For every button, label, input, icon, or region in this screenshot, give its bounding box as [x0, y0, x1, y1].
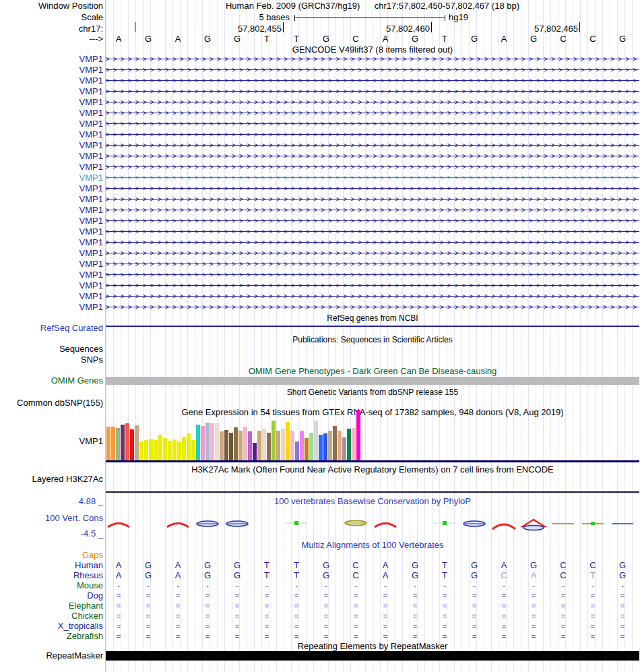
gencode-transcript-row[interactable]: >>>>>>>>>>>>>>>>>>>>>>>>>>>>>>>>>>>>>>>>…: [106, 237, 639, 248]
gencode-gene-label[interactable]: VMP1: [0, 227, 103, 237]
gencode-transcript-row[interactable]: >>>>>>>>>>>>>>>>>>>>>>>>>>>>>>>>>>>>>>>>…: [106, 194, 639, 205]
alignment-gap-symbol: -: [562, 581, 565, 590]
alignment-gap-symbol: =: [146, 601, 150, 611]
gencode-transcript-row[interactable]: >>>>>>>>>>>>>>>>>>>>>>>>>>>>>>>>>>>>>>>>…: [106, 119, 639, 129]
alignment-gap-symbol: =: [146, 632, 150, 641]
alignment-base: G: [323, 561, 329, 570]
gencode-gene-label[interactable]: VMP1: [0, 259, 103, 269]
gencode-transcript-row[interactable]: >>>>>>>>>>>>>>>>>>>>>>>>>>>>>>>>>>>>>>>>…: [106, 162, 639, 173]
gencode-transcript-row[interactable]: >>>>>>>>>>>>>>>>>>>>>>>>>>>>>>>>>>>>>>>>…: [106, 183, 639, 194]
species-label-x_tropicalis[interactable]: X_tropicalis: [0, 621, 103, 631]
gencode-gene-label[interactable]: VMP1: [0, 109, 103, 118]
alignment-gap-symbol: =: [235, 611, 239, 621]
gencode-gene-label[interactable]: VMP1: [0, 195, 103, 204]
gencode-gene-label[interactable]: VMP1: [0, 87, 103, 96]
gencode-transcript-row[interactable]: >>>>>>>>>>>>>>>>>>>>>>>>>>>>>>>>>>>>>>>>…: [106, 108, 639, 119]
gencode-transcript-row[interactable]: >>>>>>>>>>>>>>>>>>>>>>>>>>>>>>>>>>>>>>>>…: [106, 248, 639, 259]
alignment-gap-symbol: =: [383, 601, 387, 611]
conservation-glyph-blue-lens: [194, 515, 221, 532]
gencode-transcript-row[interactable]: >>>>>>>>>>>>>>>>>>>>>>>>>>>>>>>>>>>>>>>>…: [106, 173, 639, 183]
refseq-curated-item[interactable]: [106, 326, 639, 327]
gencode-transcript-row[interactable]: >>>>>>>>>>>>>>>>>>>>>>>>>>>>>>>>>>>>>>>>…: [106, 54, 639, 65]
species-label-zebrafish[interactable]: Zebrafish: [0, 632, 103, 641]
common-dbsnp-label[interactable]: Common dbSNP(155): [0, 398, 103, 408]
gencode-transcript-row[interactable]: >>>>>>>>>>>>>>>>>>>>>>>>>>>>>>>>>>>>>>>>…: [106, 129, 639, 140]
gencode-transcript-row[interactable]: >>>>>>>>>>>>>>>>>>>>>>>>>>>>>>>>>>>>>>>>…: [106, 86, 639, 97]
species-label-human[interactable]: Human: [0, 561, 103, 570]
gencode-transcript-row[interactable]: >>>>>>>>>>>>>>>>>>>>>>>>>>>>>>>>>>>>>>>>…: [106, 302, 639, 313]
species-label-rhesus[interactable]: Rhesus: [0, 571, 103, 580]
alignment-gap-symbol: =: [561, 611, 565, 621]
gencode-gene-label[interactable]: VMP1: [0, 216, 103, 226]
gencode-gene-label[interactable]: VMP1: [0, 76, 103, 86]
species-label-chicken[interactable]: Chicken: [0, 611, 103, 621]
ruler-tick: [431, 22, 432, 32]
snps-label[interactable]: SNPs: [0, 355, 103, 365]
gencode-transcript-row[interactable]: >>>>>>>>>>>>>>>>>>>>>>>>>>>>>>>>>>>>>>>>…: [106, 205, 639, 216]
repeatmasker-item[interactable]: [106, 651, 639, 661]
omim-genes-label[interactable]: OMIM Genes: [0, 376, 103, 386]
alignment-gap-symbol: =: [324, 601, 328, 611]
alignment-gap-symbol: =: [265, 601, 269, 611]
gencode-gene-label[interactable]: VMP1: [0, 206, 103, 215]
dbsnp-track-title: Short Genetic Variants from dbSNP releas…: [106, 388, 639, 397]
alignment-gap-symbol: =: [472, 611, 476, 621]
gencode-gene-label[interactable]: VMP1: [0, 162, 103, 172]
gtex-tissue-bar: [248, 431, 252, 460]
reference-base: G: [204, 34, 211, 44]
alignment-gap-symbol: =: [117, 591, 121, 601]
refseq-curated-label[interactable]: RefSeq Curated: [0, 324, 103, 333]
gencode-transcript-row[interactable]: >>>>>>>>>>>>>>>>>>>>>>>>>>>>>>>>>>>>>>>>…: [106, 270, 639, 280]
gencode-transcript-row[interactable]: >>>>>>>>>>>>>>>>>>>>>>>>>>>>>>>>>>>>>>>>…: [106, 259, 639, 270]
gencode-transcript-row[interactable]: >>>>>>>>>>>>>>>>>>>>>>>>>>>>>>>>>>>>>>>>…: [106, 151, 639, 162]
alignment-gap-symbol: =: [354, 591, 358, 601]
gtex-gene-label[interactable]: VMP1: [0, 437, 103, 446]
gencode-gene-label[interactable]: VMP1: [0, 119, 103, 129]
species-label-dog[interactable]: Dog: [0, 591, 103, 601]
omim-gene-item[interactable]: [106, 377, 639, 385]
gtex-tissue-bar: [139, 441, 143, 460]
gencode-gene-label[interactable]: VMP1: [0, 130, 103, 140]
sequences-label[interactable]: Sequences: [0, 344, 103, 354]
layered-h3k27ac-label[interactable]: Layered H3K27Ac: [0, 475, 103, 484]
gaps-label[interactable]: Gaps: [0, 551, 103, 560]
gencode-gene-label[interactable]: VMP1: [0, 281, 103, 291]
gencode-transcript-row[interactable]: >>>>>>>>>>>>>>>>>>>>>>>>>>>>>>>>>>>>>>>>…: [106, 140, 639, 151]
alignment-gap-symbol: =: [532, 611, 536, 621]
gencode-gene-label[interactable]: VMP1: [0, 152, 103, 161]
gencode-gene-label[interactable]: VMP1: [0, 238, 103, 247]
alignment-gap-symbol: =: [117, 601, 121, 611]
repeatmasker-label[interactable]: RepeatMasker: [0, 651, 103, 661]
species-label-elephant[interactable]: Elephant: [0, 601, 103, 611]
gencode-gene-label[interactable]: VMP1: [0, 303, 103, 312]
conservation-track-label[interactable]: 100 Vert. Cons: [0, 514, 103, 523]
gencode-transcript-row[interactable]: >>>>>>>>>>>>>>>>>>>>>>>>>>>>>>>>>>>>>>>>…: [106, 97, 639, 108]
gencode-gene-label[interactable]: VMP1: [0, 141, 103, 150]
gencode-transcript-row[interactable]: >>>>>>>>>>>>>>>>>>>>>>>>>>>>>>>>>>>>>>>>…: [106, 75, 639, 86]
gencode-transcript-row[interactable]: >>>>>>>>>>>>>>>>>>>>>>>>>>>>>>>>>>>>>>>>…: [106, 216, 639, 226]
gencode-transcript-row[interactable]: >>>>>>>>>>>>>>>>>>>>>>>>>>>>>>>>>>>>>>>>…: [106, 65, 639, 75]
gencode-transcript-row[interactable]: >>>>>>>>>>>>>>>>>>>>>>>>>>>>>>>>>>>>>>>>…: [106, 226, 639, 237]
transcript-direction-arrows: >>>>>>>>>>>>>>>>>>>>>>>>>>>>>>>>>>>>>>>>…: [106, 226, 639, 237]
gencode-gene-label[interactable]: VMP1: [0, 65, 103, 75]
gencode-gene-label[interactable]: VMP1: [0, 55, 103, 64]
gencode-gene-label[interactable]: VMP1: [0, 249, 103, 258]
transcript-direction-arrows: >>>>>>>>>>>>>>>>>>>>>>>>>>>>>>>>>>>>>>>>…: [106, 216, 639, 226]
conservation-glyph-blue-lens: [224, 515, 251, 532]
gencode-gene-label[interactable]: VMP1: [0, 292, 103, 301]
species-label-mouse[interactable]: Mouse: [0, 581, 103, 590]
alignment-base: T: [590, 571, 596, 580]
gencode-gene-label[interactable]: VMP1: [0, 184, 103, 193]
h3k27ac-signal-baseline[interactable]: [106, 491, 639, 493]
gencode-gene-label[interactable]: VMP1: [0, 270, 103, 280]
reference-base: C: [352, 34, 358, 44]
alignment-gap-symbol: =: [472, 632, 476, 641]
gencode-transcript-row[interactable]: >>>>>>>>>>>>>>>>>>>>>>>>>>>>>>>>>>>>>>>>…: [106, 291, 639, 302]
gencode-gene-label[interactable]: VMP1: [0, 98, 103, 107]
gencode-transcript-row[interactable]: >>>>>>>>>>>>>>>>>>>>>>>>>>>>>>>>>>>>>>>>…: [106, 280, 639, 291]
reference-base: G: [145, 34, 152, 44]
alignment-base: C: [352, 571, 358, 580]
transcript-direction-arrows: >>>>>>>>>>>>>>>>>>>>>>>>>>>>>>>>>>>>>>>>…: [106, 162, 639, 173]
gencode-gene-label[interactable]: VMP1: [0, 173, 103, 183]
alignment-base: A: [116, 561, 122, 570]
